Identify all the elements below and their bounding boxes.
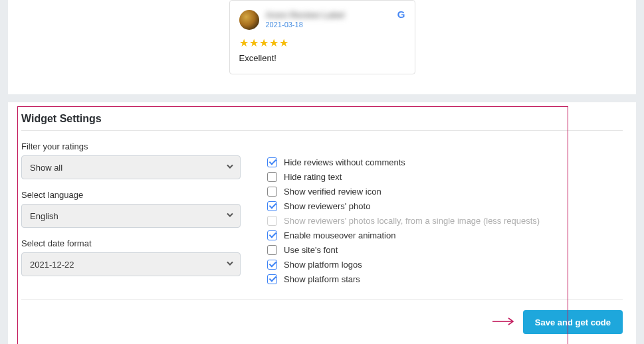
date-format-select[interactable] [21,252,241,276]
option-row: Hide reviews without comments [267,155,623,169]
option-checkbox[interactable] [267,201,277,211]
avatar [239,10,259,30]
section-title: Widget Settings [21,113,623,131]
option-label: Show reviewers' photo [284,201,370,211]
option-label: Show platform stars [284,274,360,284]
option-checkbox[interactable] [267,274,277,284]
review-date: 2021-03-18 [266,21,345,29]
date-format-label: Select date format [21,238,241,248]
option-label: Show platform logos [284,260,362,270]
option-checkbox[interactable] [267,260,277,270]
annotation-arrow-icon [491,316,515,329]
option-checkbox[interactable] [267,157,277,167]
google-logo-icon: G [397,9,405,20]
option-label: Use site's font [284,245,338,255]
option-row: Hide rating text [267,169,623,184]
option-label: Show verified review icon [284,187,381,197]
review-card: Anon Review Label 2021-03-18 G ★★★★★ Exc… [229,0,415,74]
option-label: Show reviewers' photos locally, from a s… [284,216,540,226]
language-select[interactable] [21,204,241,228]
option-row: Enable mouseover animation [267,228,623,242]
review-preview-area: Anon Review Label 2021-03-18 G ★★★★★ Exc… [8,0,636,94]
option-checkbox[interactable] [267,230,277,240]
star-rating: ★★★★★ [239,37,405,49]
widget-settings-panel: Widget Settings Filter your ratings Sele… [8,102,636,344]
option-label: Hide rating text [284,172,342,182]
option-checkbox[interactable] [267,245,277,255]
option-row: Show verified review icon [267,184,623,199]
option-label: Enable mouseover animation [284,230,395,240]
option-row: Show reviewers' photo [267,199,623,213]
option-row: Show platform stars [267,272,623,286]
option-row: Use site's font [267,242,623,257]
option-checkbox [267,216,277,226]
option-checkbox[interactable] [267,187,277,197]
checkbox-options: Hide reviews without commentsHide rating… [267,141,623,287]
option-row: Show reviewers' photos locally, from a s… [267,213,623,228]
review-text: Excellent! [239,53,405,63]
save-and-get-code-button[interactable]: Save and get code [523,310,623,334]
option-checkbox[interactable] [267,172,277,182]
reviewer-name: Anon Review Label [266,10,345,20]
filter-ratings-select[interactable] [21,155,241,179]
option-label: Hide reviews without comments [284,157,405,167]
option-row: Show platform logos [267,257,623,272]
filter-ratings-label: Filter your ratings [21,141,241,151]
language-label: Select language [21,190,241,200]
